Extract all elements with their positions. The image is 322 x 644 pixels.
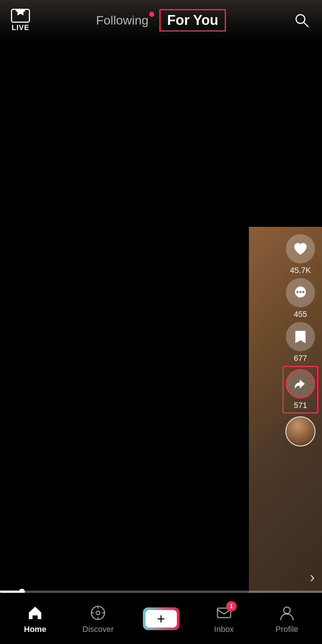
search-icon (293, 12, 310, 28)
bottom-navigation: Home Discover + (0, 593, 322, 644)
live-label: LIVE (12, 23, 29, 32)
creator-avatar[interactable] (285, 416, 315, 446)
create-nav-item[interactable]: + (129, 607, 192, 630)
share-count: 571 (294, 401, 307, 410)
like-action[interactable]: 45.7K (286, 234, 315, 275)
create-button[interactable]: + (143, 607, 179, 630)
save-count: 677 (294, 353, 307, 363)
home-nav-item[interactable]: Home (4, 603, 67, 634)
live-tv-icon (11, 9, 30, 23)
bookmark-icon (292, 329, 308, 345)
next-arrow[interactable]: › (310, 569, 315, 585)
svg-point-4 (299, 291, 302, 293)
search-button[interactable] (292, 11, 311, 30)
side-actions: 45.7K 455 677 571 (283, 234, 318, 448)
top-navigation: LIVE Following For You (0, 0, 322, 40)
nav-tabs: Following For You (96, 9, 226, 31)
save-icon-circle (286, 322, 315, 351)
like-count: 45.7K (290, 266, 311, 275)
inbox-icon: 1 (215, 603, 234, 622)
profile-nav-item[interactable]: Profile (255, 603, 318, 634)
svg-line-1 (304, 22, 308, 27)
inbox-label: Inbox (214, 625, 234, 634)
heart-icon (292, 241, 308, 257)
home-icon (26, 603, 45, 622)
save-action[interactable]: 677 (286, 322, 315, 363)
share-icon-circle (286, 369, 315, 398)
inbox-badge: 1 (226, 601, 236, 611)
comment-icon (292, 285, 308, 301)
profile-label: Profile (276, 625, 298, 634)
inbox-nav-item[interactable]: 1 Inbox (193, 603, 255, 634)
live-dot (149, 12, 154, 17)
discover-nav-item[interactable]: Discover (67, 603, 129, 634)
for-you-tab[interactable]: For You (159, 9, 226, 31)
discover-icon (88, 603, 107, 622)
comment-action[interactable]: 455 (286, 278, 315, 319)
share-action[interactable]: 571 (283, 366, 318, 413)
svg-point-14 (284, 607, 290, 614)
share-icon (292, 376, 308, 392)
svg-point-3 (296, 291, 299, 293)
video-area (0, 0, 322, 593)
discover-label: Discover (83, 625, 114, 634)
profile-icon (277, 603, 296, 622)
home-label: Home (24, 625, 46, 634)
comment-icon-circle (286, 278, 315, 307)
like-icon-circle (286, 234, 315, 263)
svg-point-8 (96, 611, 100, 615)
create-plus-icon: + (157, 612, 165, 626)
create-button-inner: + (145, 610, 177, 628)
comment-count: 455 (294, 310, 307, 319)
following-tab[interactable]: Following (96, 13, 149, 27)
svg-point-5 (302, 291, 304, 293)
live-button[interactable]: LIVE (11, 9, 30, 32)
